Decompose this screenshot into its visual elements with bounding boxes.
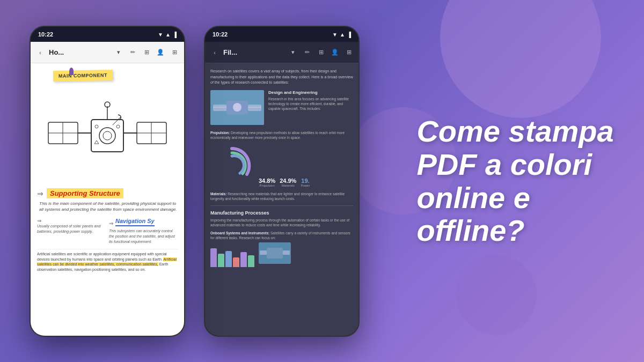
stat-materials: 24.9% Materials [280, 178, 296, 187]
left-user-icon[interactable]: 👤 [155, 47, 166, 58]
phone-left: 10:22 ▼ ▲ ▐ ‹ Ho... ▾ ✏ ⊞ 👤 ⊞ [30, 26, 185, 337]
svg-rect-27 [283, 250, 290, 255]
bottom-text-area: Artificial satellites are scientific or … [37, 249, 178, 275]
nav-right-text: This subsystem can accurately control th… [109, 228, 178, 244]
bottom-bar-chart [210, 246, 254, 267]
pdf-materials: Materials: Researching new materials tha… [210, 191, 353, 201]
svg-point-14 [116, 125, 120, 128]
satellite-svg [43, 90, 172, 181]
bar-5 [240, 252, 247, 267]
svg-rect-20 [248, 105, 261, 111]
bottom-text-1: Artificial satellites are scientific or … [37, 252, 167, 261]
bar-6 [248, 255, 254, 267]
donut-chart [210, 144, 253, 187]
left-grid-icon[interactable]: ⊞ [141, 47, 152, 58]
supporting-structure-header: ⇒ Supporting Structure [37, 188, 178, 198]
left-app-header: ‹ Ho... ▾ ✏ ⊞ 👤 ⊞ [31, 42, 184, 63]
headline-line3: online e [416, 181, 530, 215]
pdf-divider [210, 205, 353, 206]
pdf-design-title: Design and Engineering [268, 90, 353, 95]
nav-sections: ⇒ Usually composed of solar panels and b… [37, 218, 178, 244]
chart-area: 34.8% Propulsion 24.9% Materials 19. Pow… [210, 144, 353, 187]
left-more-icon[interactable]: ⊞ [169, 47, 180, 58]
phones-area: 10:22 ▼ ▲ ▐ ‹ Ho... ▾ ✏ ⊞ 👤 ⊞ [0, 0, 386, 362]
pdf-manufacturing-title: Manufacturing Processes [210, 210, 353, 216]
svg-marker-15 [94, 141, 99, 144]
pdf-design-section: Design and Engineering Research in this … [210, 90, 353, 125]
headline-text: Come stampa PDF a colori online e offlin… [416, 115, 613, 247]
headline-line2: PDF a colori [416, 147, 592, 181]
left-phone-content: MAIN COMPONENT [31, 63, 184, 336]
headline-line4: offline? [416, 213, 524, 247]
bar-4 [233, 257, 239, 267]
arrow-icon-nav-left: ⇒ [37, 218, 41, 224]
right-edit-icon[interactable]: ✏ [302, 47, 312, 58]
right-time: 10:22 [213, 31, 228, 38]
svg-rect-26 [260, 250, 267, 255]
svg-rect-4 [91, 120, 123, 152]
left-time: 10:22 [38, 31, 53, 38]
left-status-icons: ▼ ▲ ▐ [158, 32, 177, 38]
left-dropdown-icon[interactable]: ▾ [113, 47, 124, 58]
svg-point-5 [99, 128, 115, 144]
nav-right-title: Navigation Sy [115, 218, 155, 226]
stat-propulsion-value: 34.8% [259, 178, 275, 184]
nav-left-text: Usually composed of solar panels and bat… [37, 224, 106, 234]
right-more-icon[interactable]: ⊞ [343, 47, 354, 58]
nav-section-right: ⇒ Navigation Sy This subsystem can accur… [109, 218, 178, 244]
right-dropdown-icon[interactable]: ▾ [288, 47, 298, 58]
right-back-button[interactable]: ‹ [209, 47, 220, 58]
right-phone-content: Research on satellites covers a vast arr… [205, 63, 358, 336]
pdf-satellite-image [210, 90, 264, 125]
stat-propulsion-label: Propulsion [259, 184, 275, 187]
svg-point-13 [95, 125, 98, 128]
stat-materials-label: Materials [280, 184, 296, 187]
headline-container: Come stampa PDF a colori online e offlin… [416, 115, 613, 247]
left-status-bar: 10:22 ▼ ▲ ▐ [31, 27, 184, 42]
right-text-area: Come stampa PDF a colori online e offlin… [386, 0, 644, 362]
pdf-propulsion-text: Propulsion: Developing new propulsion me… [210, 130, 353, 140]
pdf-content: Research on satellites covers a vast arr… [205, 63, 358, 336]
right-grid-icon[interactable]: ⊞ [316, 47, 326, 58]
doc-page: MAIN COMPONENT [31, 63, 184, 281]
pdf-materials-text: Materials: Researching new materials tha… [210, 191, 353, 201]
right-doc-title: Fil... [223, 48, 284, 56]
arrow-icon-nav-right: ⇒ [109, 220, 113, 226]
stat-power-value: 19. [301, 178, 310, 184]
svg-rect-19 [213, 105, 226, 111]
right-status-icons: ▼ ▲ ▐ [332, 32, 351, 38]
phone-right: 10:22 ▼ ▲ ▐ ‹ Fil... ▾ ✏ ⊞ 👤 ⊞ [204, 26, 360, 337]
stat-power-label: Power [301, 184, 310, 187]
bar-2 [218, 254, 224, 267]
chart-stats: 34.8% Propulsion 24.9% Materials 19. Pow… [259, 144, 353, 187]
left-edit-icon[interactable]: ✏ [127, 47, 138, 58]
left-back-button[interactable]: ‹ [35, 47, 46, 58]
satellite-drawing [37, 87, 178, 184]
right-app-header: ‹ Fil... ▾ ✏ ⊞ 👤 ⊞ [205, 42, 358, 63]
svg-rect-25 [267, 248, 283, 258]
right-user-icon[interactable]: 👤 [330, 47, 340, 58]
pdf-propulsion: Propulsion: Developing new propulsion me… [210, 130, 353, 140]
supporting-structure-desc: This is the main component of the satell… [37, 201, 178, 212]
stat-power: 19. Power [301, 178, 310, 187]
main-container: 10:22 ▼ ▲ ▐ ‹ Ho... ▾ ✏ ⊞ 👤 ⊞ [0, 0, 644, 362]
arrow-icon-left: ⇒ [37, 189, 43, 198]
pdf-onboard-text: Onboard Systems and Instruments: Satelli… [210, 231, 353, 240]
pdf-bottom-area [210, 242, 353, 267]
svg-point-23 [233, 103, 241, 112]
pdf-design-text: Research in this area focuses on advanci… [268, 97, 353, 111]
pdf-intro-text: Research on satellites covers a vast arr… [210, 69, 353, 86]
supporting-structure-section: ⇒ Supporting Structure This is the main … [37, 188, 178, 212]
supporting-structure-title: Supporting Structure [47, 188, 123, 198]
stat-materials-value: 24.9% [280, 178, 296, 184]
sticky-note: MAIN COMPONENT [53, 70, 113, 82]
stat-propulsion: 34.8% Propulsion [259, 178, 275, 187]
pdf-bottom-image [259, 242, 291, 264]
pdf-design-content: Design and Engineering Research in this … [268, 90, 353, 125]
svg-point-6 [103, 131, 112, 140]
right-status-bar: 10:22 ▼ ▲ ▐ [205, 27, 358, 42]
bar-1 [210, 248, 217, 267]
headline-line1: Come stampa [416, 114, 613, 148]
pdf-manufacturing-text: Improving the manufacturing process thro… [210, 218, 353, 227]
left-doc-title: Ho... [49, 48, 110, 56]
